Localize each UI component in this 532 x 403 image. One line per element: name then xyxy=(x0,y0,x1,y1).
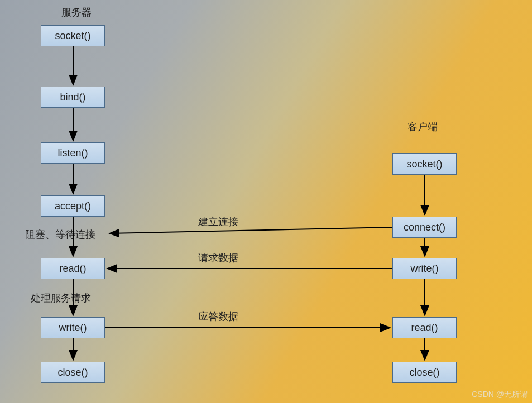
server-read-node: read() xyxy=(41,258,105,279)
svg-line-11 xyxy=(109,227,392,233)
process-req-label: 处理服务请求 xyxy=(31,291,91,305)
client-connect-node: connect() xyxy=(392,217,457,238)
server-listen-node: listen() xyxy=(41,142,105,164)
block-wait-label: 阻塞、等待连接 xyxy=(25,228,95,241)
response-label: 应答数据 xyxy=(198,310,238,323)
client-read-node: read() xyxy=(392,317,457,338)
server-close-node: close() xyxy=(41,362,105,383)
server-title: 服务器 xyxy=(61,6,92,19)
client-socket-node: socket() xyxy=(392,153,457,175)
watermark: CSDN @无所谓 xyxy=(472,390,528,400)
establish-label: 建立连接 xyxy=(198,215,238,228)
client-write-node: write() xyxy=(392,258,457,279)
server-accept-node: accept() xyxy=(41,195,105,217)
server-bind-node: bind() xyxy=(41,87,105,108)
client-title: 客户端 xyxy=(408,120,438,133)
server-write-node: write() xyxy=(41,317,105,338)
client-close-node: close() xyxy=(392,362,457,383)
server-socket-node: socket() xyxy=(41,25,105,46)
request-label: 请求数据 xyxy=(198,251,238,265)
